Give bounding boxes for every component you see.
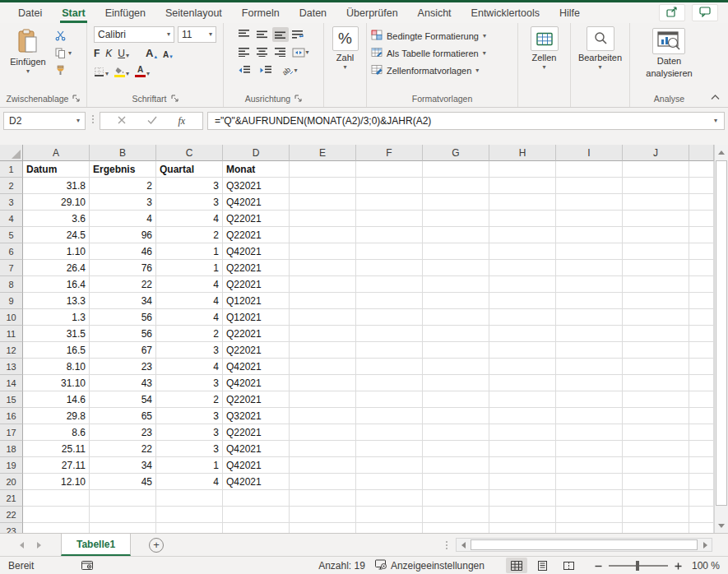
cell-J6[interactable] [623, 243, 689, 260]
cell-I11[interactable] [556, 326, 623, 342]
cell-C6[interactable]: 1 [156, 243, 223, 260]
italic-button[interactable]: K [105, 46, 112, 59]
cell-partial-21[interactable] [689, 490, 714, 507]
cell-C5[interactable]: 2 [156, 227, 223, 243]
row-header-9[interactable]: 9 [0, 293, 23, 309]
column-header-J[interactable]: J [623, 145, 689, 161]
cell-J3[interactable] [623, 194, 689, 211]
cell-A13[interactable]: 8.10 [23, 359, 90, 375]
cell-H14[interactable] [489, 375, 556, 391]
editing-button[interactable]: Bearbeiten ▾ [571, 23, 629, 71]
cell-H12[interactable] [489, 342, 556, 359]
cell-I10[interactable] [556, 309, 623, 326]
previous-sheet-icon[interactable] [20, 542, 24, 549]
formula-input[interactable]: ="Q"&AUFRUNDEN(MONAT(A2)/3;0)&JAHR(A2) ▾ [207, 112, 725, 130]
select-all-corner[interactable] [0, 145, 23, 161]
cell-A12[interactable]: 16.5 [23, 342, 90, 359]
zoom-in-button[interactable] [675, 560, 682, 572]
tab-ansicht[interactable]: Ansicht [408, 2, 461, 23]
cell-H17[interactable] [489, 424, 556, 441]
cell-E5[interactable] [290, 227, 356, 243]
cell-C10[interactable]: 4 [156, 309, 223, 326]
cell-E2[interactable] [290, 178, 356, 194]
cell-G21[interactable] [423, 490, 489, 507]
cell-E21[interactable] [290, 490, 356, 507]
cell-J16[interactable] [623, 408, 689, 424]
cell-G1[interactable] [423, 161, 489, 178]
cell-A5[interactable]: 24.5 [23, 227, 90, 243]
cell-D17[interactable]: Q22021 [223, 424, 290, 441]
cell-A20[interactable]: 12.10 [23, 474, 90, 490]
cell-H22[interactable] [489, 507, 556, 523]
align-left-button[interactable] [236, 45, 253, 60]
cell-I19[interactable] [556, 457, 623, 474]
cell-D11[interactable]: Q22021 [223, 326, 290, 342]
cell-H13[interactable] [489, 359, 556, 375]
cell-E6[interactable] [290, 243, 356, 260]
cell-D23[interactable] [223, 523, 290, 533]
cell-J12[interactable] [623, 342, 689, 359]
cancel-icon[interactable] [118, 115, 126, 127]
cell-E1[interactable] [290, 161, 356, 178]
cell-C16[interactable]: 3 [156, 408, 223, 424]
tab-start[interactable]: Start [52, 2, 95, 23]
borders-button[interactable]: ▾ [94, 64, 109, 77]
cell-E22[interactable] [290, 507, 356, 523]
cell-B9[interactable]: 34 [90, 293, 156, 309]
cell-I4[interactable] [556, 211, 623, 227]
cell-E14[interactable] [290, 375, 356, 391]
cell-F3[interactable] [356, 194, 423, 211]
cell-A9[interactable]: 13.3 [23, 293, 90, 309]
cell-F1[interactable] [356, 161, 423, 178]
cell-B8[interactable]: 22 [90, 276, 156, 293]
cell-E18[interactable] [290, 441, 356, 457]
cell-C13[interactable]: 4 [156, 359, 223, 375]
cell-B5[interactable]: 96 [90, 227, 156, 243]
column-header-E[interactable]: E [290, 145, 356, 161]
enter-icon[interactable] [147, 115, 157, 127]
cell-I6[interactable] [556, 243, 623, 260]
cell-C23[interactable] [156, 523, 223, 533]
cell-D3[interactable]: Q42021 [223, 194, 290, 211]
cut-button[interactable] [55, 30, 72, 43]
align-bottom-button[interactable] [272, 27, 289, 42]
cell-D4[interactable]: Q22021 [223, 211, 290, 227]
cell-B4[interactable]: 4 [90, 211, 156, 227]
scroll-left-button[interactable] [457, 539, 470, 551]
cell-E12[interactable] [290, 342, 356, 359]
cell-E8[interactable] [290, 276, 356, 293]
cell-G22[interactable] [423, 507, 489, 523]
cell-F19[interactable] [356, 457, 423, 474]
cell-C19[interactable]: 1 [156, 457, 223, 474]
format-painter-button[interactable] [55, 64, 72, 77]
cell-C21[interactable] [156, 490, 223, 507]
column-header-partial[interactable] [689, 145, 714, 161]
cell-F12[interactable] [356, 342, 423, 359]
cell-partial-4[interactable] [689, 211, 714, 227]
next-sheet-icon[interactable] [37, 542, 41, 549]
column-header-A[interactable]: A [23, 145, 90, 161]
cell-J23[interactable] [623, 523, 689, 533]
cell-I15[interactable] [556, 391, 623, 408]
merge-center-button[interactable]: ▾ [290, 45, 312, 60]
row-header-14[interactable]: 14 [0, 375, 23, 391]
shrink-font-button[interactable]: A▾ [163, 46, 173, 59]
cell-A7[interactable]: 26.4 [23, 260, 90, 276]
cell-partial-23[interactable] [689, 523, 714, 533]
bold-button[interactable]: F [94, 46, 100, 59]
cell-F20[interactable] [356, 474, 423, 490]
row-header-15[interactable]: 15 [0, 391, 23, 408]
cell-J21[interactable] [623, 490, 689, 507]
cell-D1[interactable]: Monat [223, 161, 290, 178]
cell-D18[interactable]: Q42021 [223, 441, 290, 457]
cell-G23[interactable] [423, 523, 489, 533]
cell-H23[interactable] [489, 523, 556, 533]
cell-A3[interactable]: 29.10 [23, 194, 90, 211]
zoom-out-button[interactable] [595, 560, 602, 572]
cell-J18[interactable] [623, 441, 689, 457]
row-header-16[interactable]: 16 [0, 408, 23, 424]
column-header-C[interactable]: C [156, 145, 223, 161]
zoom-slider[interactable] [609, 565, 668, 567]
cell-H11[interactable] [489, 326, 556, 342]
number-format-button[interactable]: % Zahl ▾ [324, 23, 366, 71]
